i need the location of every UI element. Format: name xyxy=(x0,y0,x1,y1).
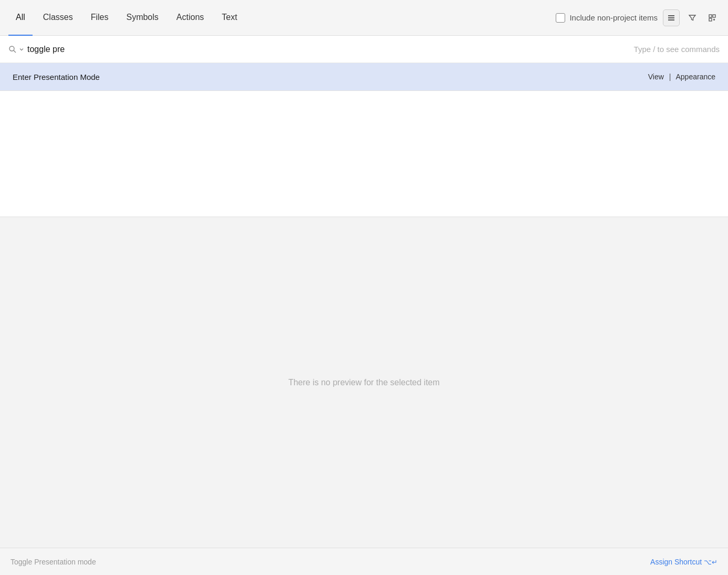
result-label: Enter Presentation Mode xyxy=(13,73,648,81)
footer: Toggle Presentation mode Assign Shortcut… xyxy=(0,548,728,575)
assign-shortcut-label: Assign Shortcut xyxy=(650,558,702,566)
search-icon-wrap xyxy=(8,45,24,54)
assign-shortcut-button[interactable]: Assign Shortcut ⌥↵ xyxy=(650,558,717,566)
tab-all-label: All xyxy=(16,13,25,22)
svg-rect-1 xyxy=(668,17,674,18)
search-dropdown-icon xyxy=(19,47,24,52)
tab-actions-label: Actions xyxy=(176,13,204,22)
tab-classes[interactable]: Classes xyxy=(36,0,80,36)
content-area: There is no preview for the selected ite… xyxy=(0,90,728,548)
include-non-project-text: Include non-project items xyxy=(569,13,658,22)
svg-rect-5 xyxy=(709,18,712,21)
svg-rect-2 xyxy=(668,19,674,20)
filter-icon xyxy=(688,14,696,22)
tab-text-label: Text xyxy=(222,13,237,22)
tabs-container: All Classes Files Symbols Actions Text xyxy=(8,0,556,36)
collapse-icon-button[interactable] xyxy=(705,11,720,25)
result-row[interactable]: Enter Presentation Mode View | Appearanc… xyxy=(0,63,728,90)
svg-rect-3 xyxy=(709,15,712,17)
tab-bar: All Classes Files Symbols Actions Text I… xyxy=(0,0,728,36)
footer-left-label: Toggle Presentation mode xyxy=(11,558,96,566)
search-hint: Type / to see commands xyxy=(634,45,720,54)
tab-all[interactable]: All xyxy=(8,0,33,36)
result-category: View | Appearance xyxy=(648,73,715,81)
list-icon-button[interactable] xyxy=(663,9,680,26)
svg-rect-0 xyxy=(668,15,674,16)
search-bar: Type / to see commands xyxy=(0,36,728,63)
result-category2: Appearance xyxy=(675,73,715,81)
tab-symbols[interactable]: Symbols xyxy=(119,0,165,36)
result-category1: View xyxy=(648,73,664,81)
svg-rect-4 xyxy=(713,15,715,17)
tab-files[interactable]: Files xyxy=(84,0,116,36)
shortcut-keys: ⌥↵ xyxy=(704,558,717,566)
svg-line-7 xyxy=(14,50,16,53)
tab-symbols-label: Symbols xyxy=(126,13,158,22)
lower-pane: There is no preview for the selected ite… xyxy=(0,217,728,548)
tab-actions[interactable]: Actions xyxy=(169,0,211,36)
include-non-project-label: Include non-project items xyxy=(556,13,658,23)
include-non-project-checkbox[interactable] xyxy=(556,13,565,23)
search-input[interactable] xyxy=(27,45,634,54)
list-icon xyxy=(668,14,675,22)
collapse-icon xyxy=(708,14,716,22)
filter-icon-button[interactable] xyxy=(685,11,700,25)
search-icon xyxy=(8,45,17,54)
result-separator: | xyxy=(669,73,671,81)
no-preview-text: There is no preview for the selected ite… xyxy=(288,378,440,387)
tab-files-label: Files xyxy=(91,13,109,22)
tab-classes-label: Classes xyxy=(43,13,73,22)
svg-point-6 xyxy=(9,46,14,51)
tab-text[interactable]: Text xyxy=(214,0,244,36)
tab-controls: Include non-project items xyxy=(556,9,720,26)
upper-pane xyxy=(0,91,728,217)
